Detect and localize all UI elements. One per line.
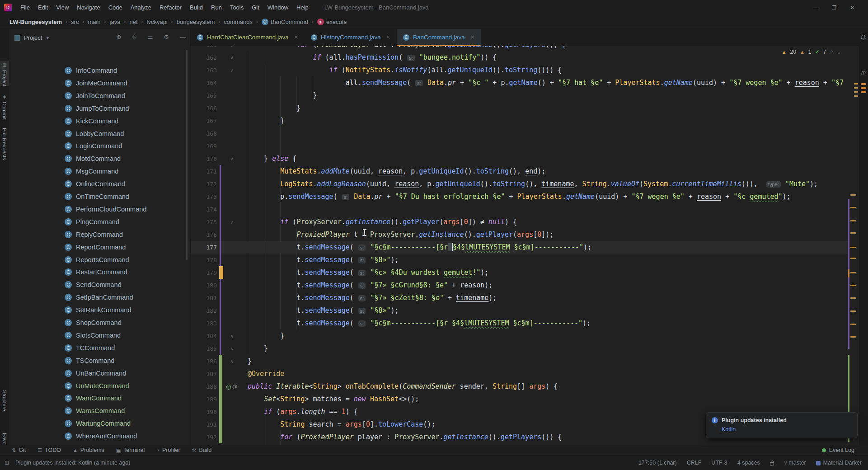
minimize-button[interactable]: — xyxy=(813,5,819,11)
menu-navigate[interactable]: Navigate xyxy=(73,2,104,13)
code-line-172[interactable]: 172 LogStats.addLogReason(uuid, reason, … xyxy=(191,178,848,190)
tree-item-SendCommand[interactable]: CSendCommand xyxy=(9,278,190,291)
tree-item-ReplyCommand[interactable]: CReplyCommand xyxy=(9,228,190,241)
code-line-189[interactable]: 189 Set<String> matches = new HashSet<>(… xyxy=(191,393,848,405)
menu-analyze[interactable]: Analyze xyxy=(127,2,155,13)
warning-stripe-mark[interactable] xyxy=(850,220,856,221)
warning-stripe-mark[interactable] xyxy=(854,87,858,89)
tree-item-UnMuteCommand[interactable]: CUnMuteCommand xyxy=(9,380,190,392)
breadcrumb-lw-bungeesystem[interactable]: LW-Bungeesystem xyxy=(8,18,63,26)
code-line-178[interactable]: 178 t.sendMessage( s: "§8»"); xyxy=(191,254,848,266)
code-line-162[interactable]: 162∨ if (all.hasPermission( s: "bungee.n… xyxy=(191,51,848,64)
menu-tools[interactable]: Tools xyxy=(226,2,248,13)
breadcrumb-bungeesystem[interactable]: bungeesystem xyxy=(175,18,216,26)
tree-item-UnBanCommand[interactable]: CUnBanCommand xyxy=(9,367,190,380)
notification-balloon[interactable]: i Plugin updates installed Kotlin xyxy=(706,412,858,438)
toolwindow-button-build[interactable]: ⚒Build xyxy=(192,447,212,453)
tree-item-SlotsCommand[interactable]: CSlotsCommand xyxy=(9,329,190,342)
project-panel-header[interactable]: Project ▼ ⊕ ⛗ ⚌ ⚙ — xyxy=(9,29,190,46)
code-line-179[interactable]: 179 t.sendMessage( s: "§c» §4Du wurdest … xyxy=(191,266,848,279)
next-problem-icon[interactable]: ⌄ xyxy=(837,50,841,55)
tree-item-KickCommand[interactable]: CKickCommand xyxy=(9,115,190,127)
locate-file-icon[interactable]: ⊕ xyxy=(116,33,121,41)
code-line-168[interactable]: 168 xyxy=(191,127,848,140)
warning-stripe-mark[interactable] xyxy=(850,247,856,248)
tree-item-TSCommand[interactable]: CTSCommand xyxy=(9,354,190,367)
warning-stripe-mark[interactable] xyxy=(854,83,858,85)
tree-item-OnlineCommand[interactable]: COnlineCommand xyxy=(9,178,190,190)
tree-item-RestartCommand[interactable]: CRestartCommand xyxy=(9,266,190,278)
code-line-184[interactable]: 184∧ } xyxy=(191,329,848,342)
tab-HistoryCommand.java[interactable]: CHistoryCommand.java✕ xyxy=(305,29,397,46)
caret-position[interactable]: 177:50 (1 char) xyxy=(638,460,677,466)
toolwindow-button-terminal[interactable]: ▣Terminal xyxy=(116,447,145,453)
hide-panel-icon[interactable]: — xyxy=(180,33,186,41)
tree-item-LoginCommand[interactable]: CLoginCommand xyxy=(9,140,190,152)
error-stripe[interactable] xyxy=(848,46,859,445)
code-line-170[interactable]: 170∨ } else { xyxy=(191,152,848,165)
menu-git[interactable]: Git xyxy=(248,2,263,13)
code-line-185[interactable]: 185∧ } xyxy=(191,342,848,355)
toolwindow-button-git[interactable]: ⇅Git xyxy=(12,447,26,453)
stripe-structure[interactable]: Structure xyxy=(0,388,9,411)
warning-stripe-mark[interactable] xyxy=(850,194,856,196)
breadcrumb-bancommand[interactable]: CBanCommand xyxy=(260,18,310,26)
code-line-163[interactable]: 163∨ if (NotifyStats.isNotify(all.getUni… xyxy=(191,64,848,76)
project-scrollbar[interactable] xyxy=(186,50,188,260)
code-line-166[interactable]: 166 } xyxy=(191,102,848,114)
fold-icon[interactable]: ∨ xyxy=(225,220,239,225)
code-line-181[interactable]: 181 t.sendMessage( s: "§7» §cZeit§8: §e"… xyxy=(191,291,848,304)
code-line-183[interactable]: 183 t.sendMessage( s: "§c§m-----------[§… xyxy=(191,317,848,329)
menu-window[interactable]: Window xyxy=(263,2,292,13)
close-tab-icon[interactable]: ✕ xyxy=(294,34,298,40)
menu-code[interactable]: Code xyxy=(104,2,127,13)
menu-view[interactable]: View xyxy=(52,2,73,13)
stripe-commit[interactable]: ◈Commit xyxy=(0,92,9,120)
event-log-button[interactable]: Event Log xyxy=(829,447,854,453)
toolwindow-button-todo[interactable]: ☰TODO xyxy=(38,447,61,453)
stripe-project[interactable]: ▨Project xyxy=(0,61,9,86)
close-tab-icon[interactable]: ✕ xyxy=(470,34,474,40)
readonly-lock-icon[interactable] xyxy=(770,462,774,465)
breadcrumb-java[interactable]: java xyxy=(108,18,122,26)
fold-icon[interactable]: ∧ xyxy=(225,359,239,364)
warning-stripe-mark[interactable] xyxy=(850,272,856,273)
tree-item-SetIpBanCommand[interactable]: CSetIpBanCommand xyxy=(9,291,190,304)
menu-edit[interactable]: Edit xyxy=(34,2,52,13)
todo-stripe-icon[interactable] xyxy=(861,87,866,89)
maximize-button[interactable]: ❐ xyxy=(831,5,837,11)
prev-problem-icon[interactable]: ⌃ xyxy=(830,50,833,55)
toolwindow-button-problems[interactable]: ▲Problems xyxy=(73,447,104,453)
tree-item-ReportsCommand[interactable]: CReportsCommand xyxy=(9,254,190,266)
tree-item-JoinMeCommand[interactable]: CJoinMeCommand xyxy=(9,77,190,89)
tree-item-PerformCloudCommand[interactable]: CPerformCloudCommand xyxy=(9,203,190,216)
tab-HardChatClearCommand.java[interactable]: CHardChatClearCommand.java✕ xyxy=(191,29,305,46)
fold-icon[interactable]: ∨ xyxy=(225,68,239,73)
menu-run[interactable]: Run xyxy=(207,2,226,13)
breadcrumb-commands[interactable]: commands xyxy=(222,18,254,26)
tree-item-WartungCommand[interactable]: CWartungCommand xyxy=(9,417,190,430)
menu-file[interactable]: File xyxy=(16,2,34,13)
line-separator[interactable]: CRLF xyxy=(687,460,702,466)
tree-item-JoinToCommand[interactable]: CJoinToCommand xyxy=(9,89,190,102)
close-tab-icon[interactable]: ✕ xyxy=(386,34,390,40)
expand-settings-icon[interactable]: ⚌ xyxy=(148,33,153,41)
code-line-177[interactable]: 177 t.sendMessage( s: "§c§m-----------[§… xyxy=(191,241,848,254)
tree-item-LobbyCommand[interactable]: CLobbyCommand xyxy=(9,127,190,140)
breadcrumb-lvckyapi[interactable]: lvckyapi xyxy=(145,18,169,26)
code-viewport[interactable]: 161∨ for (ProxiedPlayer all : ProxyServe… xyxy=(191,46,848,445)
tree-item-ShopCommand[interactable]: CShopCommand xyxy=(9,316,190,329)
git-branch-widget[interactable]: ⑂ master xyxy=(784,460,806,466)
tree-item-WarnsCommand[interactable]: CWarnsCommand xyxy=(9,404,190,417)
tree-item-TCCommand[interactable]: CTCCommand xyxy=(9,342,190,354)
menu-help[interactable]: Help xyxy=(292,2,313,13)
tree-item-MsgCommand[interactable]: CMsgCommand xyxy=(9,165,190,178)
code-line-161[interactable]: 161∨ for (ProxiedPlayer all : ProxyServe… xyxy=(191,46,848,51)
code-line-173[interactable]: 173 p.sendMessage( s: Data.pr + "§7 Du h… xyxy=(191,190,848,203)
tool-windows-toggle-icon[interactable]: ⊞ xyxy=(5,460,9,466)
warning-stripe-mark[interactable] xyxy=(850,297,856,299)
code-line-174[interactable]: 174 xyxy=(191,203,848,216)
code-line-175[interactable]: 175∨ if (ProxyServer.getInstance().getPl… xyxy=(191,216,848,228)
fold-icon[interactable]: ∨ xyxy=(225,55,239,60)
tree-item-PingCommand[interactable]: CPingCommand xyxy=(9,216,190,228)
